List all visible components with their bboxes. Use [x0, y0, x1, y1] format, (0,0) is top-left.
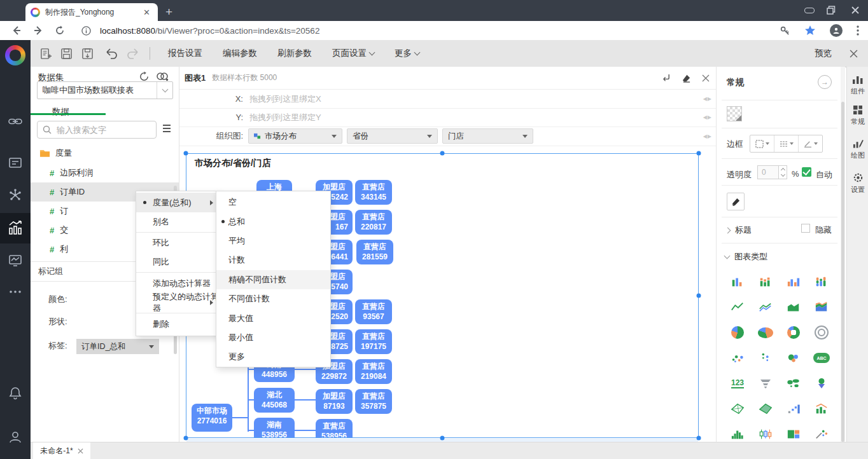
hide-checkbox[interactable] [801, 224, 810, 233]
field-row[interactable]: #边际利润 [31, 163, 179, 182]
org-node[interactable]: 直营店281559 [356, 240, 393, 264]
pie-3d-icon[interactable] [752, 320, 780, 345]
pager-arrows-icon[interactable]: ◀▶ [703, 134, 712, 139]
bookmark-star-icon[interactable] [804, 25, 816, 36]
undo-icon[interactable] [105, 48, 118, 59]
search-box[interactable] [37, 121, 157, 139]
refresh-params-button[interactable]: 刷新参数 [277, 48, 312, 59]
world-map-icon[interactable] [780, 371, 808, 396]
dot-plot-icon[interactable] [752, 345, 780, 371]
props-scrollbar-thumb[interactable] [841, 102, 844, 442]
swap-icon[interactable] [661, 73, 671, 83]
minimize-button[interactable] [803, 5, 816, 15]
pager-arrows-icon[interactable]: ◀▶ [703, 96, 712, 102]
close-editor-icon[interactable] [850, 50, 858, 58]
chrome-menu-icon[interactable] [857, 25, 859, 36]
menu-item-delete[interactable]: 删除 [136, 314, 219, 334]
map-pin-icon[interactable] [808, 371, 836, 396]
funnel-icon[interactable] [752, 371, 780, 396]
background-color-button[interactable] [727, 106, 742, 121]
sidebar-item-user[interactable] [0, 423, 31, 451]
gauge-icon[interactable] [808, 320, 836, 345]
more-button[interactable]: 更多 [395, 48, 419, 59]
menu-item-add-calculator[interactable]: 添加动态计算器 [136, 273, 219, 293]
rail-item-general[interactable]: 常规 [847, 105, 868, 127]
stacked-bar-icon[interactable] [752, 269, 780, 294]
page-settings-button[interactable]: 页面设置 [332, 48, 374, 59]
grouped-bar-icon[interactable] [780, 269, 808, 294]
org-node[interactable]: 直营店538956 [316, 419, 353, 438]
line-icon[interactable] [724, 294, 752, 320]
x-binding-row[interactable]: X: ◀▶ [179, 90, 716, 109]
stacked-column-icon[interactable] [808, 269, 836, 294]
report-settings-button[interactable]: 报告设置 [168, 48, 202, 59]
kpi-icon[interactable]: 123 [724, 371, 752, 396]
submenu-item-exact-distinct-count[interactable]: 精确不同值计数 [216, 270, 330, 289]
sidebar-item-dashboard[interactable] [0, 246, 31, 274]
auto-checkbox-checked[interactable] [802, 167, 811, 177]
sidebar-item-chart-active[interactable] [0, 213, 31, 243]
org-level1-dropdown[interactable]: 市场分布 [248, 128, 342, 144]
menu-item-yoy[interactable]: 同比 [136, 252, 219, 271]
tab-close-icon[interactable] [78, 448, 83, 454]
forward-icon[interactable] [33, 25, 43, 36]
y-binding-row[interactable]: Y: ◀▶ [179, 108, 716, 127]
combo-icon[interactable] [808, 396, 836, 421]
selection-handle[interactable] [184, 151, 188, 156]
yonghong-logo[interactable] [0, 42, 31, 69]
chart-type-section-toggle[interactable]: 图表类型 [725, 251, 767, 263]
rail-item-settings[interactable]: 设置 [847, 172, 868, 195]
folder-measures[interactable]: 度量 [39, 147, 72, 159]
submenu-item-min[interactable]: 最小值 [216, 328, 330, 347]
submenu-item-max[interactable]: 最大值 [216, 308, 330, 327]
filled-radar-icon[interactable] [752, 396, 780, 421]
collapse-panel-button[interactable]: → [818, 75, 832, 89]
selection-handle[interactable] [440, 151, 445, 156]
url-text[interactable]: localhost:8080/bi/Viewer?proc=0&action=i… [100, 26, 319, 36]
browser-tab[interactable]: 制作报告_Yonghong ✕ [25, 3, 158, 21]
submenu-item-more[interactable]: 更多 [216, 347, 330, 366]
opacity-spinner[interactable] [779, 165, 787, 179]
border-color-button[interactable] [799, 135, 822, 152]
submenu-item-distinct-count[interactable]: 不同值计数 [216, 289, 330, 308]
org-node[interactable]: 直营店219084 [355, 359, 392, 384]
profile-avatar[interactable] [830, 24, 843, 37]
save-as-icon[interactable] [81, 48, 94, 60]
back-icon[interactable] [11, 25, 22, 36]
opacity-input[interactable] [757, 165, 779, 179]
new-tab-button[interactable]: + [165, 4, 172, 20]
submenu-item-average[interactable]: 平均 [216, 231, 330, 250]
area-icon[interactable] [780, 294, 808, 320]
selection-handle[interactable] [440, 436, 445, 441]
org-node[interactable]: 直营店357875 [355, 389, 392, 414]
reload-icon[interactable] [55, 25, 65, 36]
menu-item-predefined-calculator[interactable]: 预定义的动态计算器 [136, 293, 219, 312]
close-chart-icon[interactable] [702, 74, 710, 82]
report-page-tab[interactable]: 未命名-1* [33, 442, 90, 459]
sidebar-item-notifications[interactable] [0, 379, 31, 407]
preview-button[interactable]: 预览 [815, 48, 832, 59]
dot-column-icon[interactable] [780, 396, 808, 421]
save-icon[interactable] [60, 48, 73, 60]
border-style-button[interactable] [750, 135, 774, 152]
dataset-select[interactable]: 咖啡中国市场数据联接表 [37, 81, 173, 99]
tag-dropdown[interactable]: 订单ID_总和 [76, 339, 159, 354]
sidebar-item-more[interactable] [0, 278, 31, 306]
pager-arrows-icon[interactable]: ◀▶ [703, 114, 712, 120]
menu-item-aggregation[interactable]: 度量(总和) [136, 193, 219, 212]
org-node[interactable]: 直营店93567 [355, 299, 392, 324]
tab-close-icon[interactable]: ✕ [141, 8, 153, 17]
org-level2-dropdown[interactable]: 省份 [347, 128, 438, 144]
field-menu-icon[interactable] [163, 125, 171, 134]
close-window-button[interactable] [849, 5, 862, 15]
multi-line-icon[interactable] [752, 294, 780, 320]
props-scrollbar-track[interactable] [841, 67, 845, 442]
tab-data[interactable]: 数据 [52, 106, 69, 118]
submenu-item-none[interactable]: 空 [216, 193, 330, 212]
selection-handle[interactable] [184, 436, 188, 441]
stacked-area-icon[interactable] [808, 294, 836, 320]
dataset-select-arrow[interactable] [157, 82, 172, 99]
org-node[interactable]: 直营店343145 [355, 180, 392, 205]
org-node[interactable]: 加盟店87193 [316, 389, 353, 414]
bar-icon[interactable] [724, 269, 752, 294]
